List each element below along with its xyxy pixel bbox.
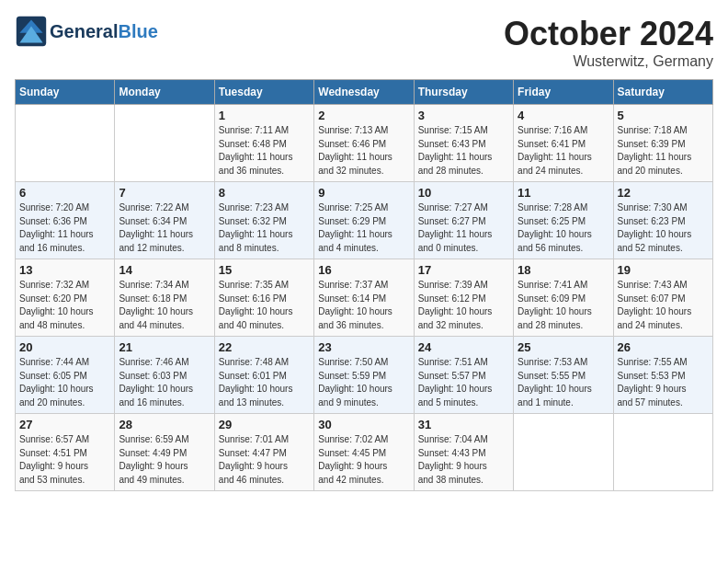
calendar-cell [613, 414, 712, 491]
day-number: 26 [618, 340, 709, 354]
day-number: 8 [219, 186, 310, 200]
calendar-cell: 8Sunrise: 7:23 AM Sunset: 6:32 PM Daylig… [214, 182, 313, 259]
day-info: Sunrise: 7:46 AM Sunset: 6:03 PM Dayligh… [119, 356, 210, 409]
calendar-cell: 3Sunrise: 7:15 AM Sunset: 6:43 PM Daylig… [414, 105, 513, 182]
calendar-cell: 5Sunrise: 7:18 AM Sunset: 6:39 PM Daylig… [613, 105, 712, 182]
day-info: Sunrise: 7:15 AM Sunset: 6:43 PM Dayligh… [418, 124, 509, 178]
day-number: 7 [119, 186, 210, 200]
calendar-cell: 16Sunrise: 7:37 AM Sunset: 6:14 PM Dayli… [314, 259, 414, 337]
header-day-monday: Monday [115, 80, 214, 105]
day-info: Sunrise: 7:27 AM Sunset: 6:27 PM Dayligh… [418, 201, 509, 255]
title-block: October 2024 Wusterwitz, Germany [504, 15, 713, 70]
week-row-3: 13Sunrise: 7:32 AM Sunset: 6:20 PM Dayli… [16, 259, 713, 337]
day-info: Sunrise: 7:50 AM Sunset: 5:59 PM Dayligh… [318, 356, 409, 409]
calendar-cell: 28Sunrise: 6:59 AM Sunset: 4:49 PM Dayli… [115, 414, 214, 491]
header-row: SundayMondayTuesdayWednesdayThursdayFrid… [16, 80, 713, 105]
day-info: Sunrise: 7:32 AM Sunset: 6:20 PM Dayligh… [19, 279, 110, 332]
day-info: Sunrise: 7:02 AM Sunset: 4:45 PM Dayligh… [318, 433, 409, 487]
day-number: 27 [19, 418, 110, 431]
calendar-cell: 13Sunrise: 7:32 AM Sunset: 6:20 PM Dayli… [16, 259, 115, 337]
day-number: 28 [119, 418, 210, 431]
calendar-cell: 29Sunrise: 7:01 AM Sunset: 4:47 PM Dayli… [214, 414, 313, 491]
calendar-cell: 30Sunrise: 7:02 AM Sunset: 4:45 PM Dayli… [314, 414, 414, 491]
day-number: 2 [318, 109, 409, 122]
day-number: 24 [418, 340, 509, 354]
day-number: 6 [19, 186, 110, 200]
logo-general: General [50, 21, 118, 41]
logo-icon [15, 15, 48, 48]
day-info: Sunrise: 7:13 AM Sunset: 6:46 PM Dayligh… [318, 124, 409, 178]
day-info: Sunrise: 7:01 AM Sunset: 4:47 PM Dayligh… [219, 433, 310, 487]
day-number: 19 [618, 263, 709, 277]
day-info: Sunrise: 7:39 AM Sunset: 6:12 PM Dayligh… [418, 279, 509, 332]
page-header: GeneralBlue October 2024 Wusterwitz, Ger… [15, 15, 713, 70]
calendar-cell: 2Sunrise: 7:13 AM Sunset: 6:46 PM Daylig… [314, 105, 414, 182]
day-info: Sunrise: 7:30 AM Sunset: 6:23 PM Dayligh… [618, 201, 709, 255]
day-info: Sunrise: 7:34 AM Sunset: 6:18 PM Dayligh… [119, 279, 210, 332]
day-info: Sunrise: 7:16 AM Sunset: 6:41 PM Dayligh… [518, 124, 609, 178]
day-number: 4 [518, 109, 609, 122]
day-info: Sunrise: 7:51 AM Sunset: 5:57 PM Dayligh… [418, 356, 509, 409]
day-info: Sunrise: 7:53 AM Sunset: 5:55 PM Dayligh… [518, 356, 609, 409]
calendar-table: SundayMondayTuesdayWednesdayThursdayFrid… [15, 79, 713, 491]
calendar-cell: 23Sunrise: 7:50 AM Sunset: 5:59 PM Dayli… [314, 337, 414, 414]
day-info: Sunrise: 7:20 AM Sunset: 6:36 PM Dayligh… [19, 201, 110, 255]
calendar-cell: 31Sunrise: 7:04 AM Sunset: 4:43 PM Dayli… [414, 414, 513, 491]
day-info: Sunrise: 7:04 AM Sunset: 4:43 PM Dayligh… [418, 433, 509, 487]
month-year: October 2024 [504, 15, 713, 53]
calendar-cell: 9Sunrise: 7:25 AM Sunset: 6:29 PM Daylig… [314, 182, 414, 259]
header-day-wednesday: Wednesday [314, 80, 414, 105]
calendar-cell: 1Sunrise: 7:11 AM Sunset: 6:48 PM Daylig… [214, 105, 313, 182]
calendar-cell: 11Sunrise: 7:28 AM Sunset: 6:25 PM Dayli… [514, 182, 613, 259]
calendar-cell: 27Sunrise: 6:57 AM Sunset: 4:51 PM Dayli… [16, 414, 115, 491]
calendar-cell [514, 414, 613, 491]
day-number: 29 [219, 418, 310, 431]
day-info: Sunrise: 7:18 AM Sunset: 6:39 PM Dayligh… [618, 124, 709, 178]
day-number: 3 [418, 109, 509, 122]
day-info: Sunrise: 7:23 AM Sunset: 6:32 PM Dayligh… [219, 201, 310, 255]
week-row-2: 6Sunrise: 7:20 AM Sunset: 6:36 PM Daylig… [16, 182, 713, 259]
day-info: Sunrise: 7:48 AM Sunset: 6:01 PM Dayligh… [219, 356, 310, 409]
day-number: 12 [618, 186, 709, 200]
day-number: 30 [318, 418, 409, 431]
day-number: 20 [19, 340, 110, 354]
calendar-cell: 26Sunrise: 7:55 AM Sunset: 5:53 PM Dayli… [613, 337, 712, 414]
logo: GeneralBlue [15, 15, 158, 48]
day-number: 18 [518, 263, 609, 277]
header-day-sunday: Sunday [16, 80, 115, 105]
header-day-tuesday: Tuesday [214, 80, 313, 105]
day-info: Sunrise: 7:22 AM Sunset: 6:34 PM Dayligh… [119, 201, 210, 255]
calendar-cell: 15Sunrise: 7:35 AM Sunset: 6:16 PM Dayli… [214, 259, 313, 337]
day-number: 15 [219, 263, 310, 277]
day-info: Sunrise: 7:28 AM Sunset: 6:25 PM Dayligh… [518, 201, 609, 255]
day-info: Sunrise: 6:59 AM Sunset: 4:49 PM Dayligh… [119, 433, 210, 487]
day-info: Sunrise: 6:57 AM Sunset: 4:51 PM Dayligh… [19, 433, 110, 487]
day-info: Sunrise: 7:11 AM Sunset: 6:48 PM Dayligh… [219, 124, 310, 178]
calendar-cell: 19Sunrise: 7:43 AM Sunset: 6:07 PM Dayli… [613, 259, 712, 337]
day-number: 5 [618, 109, 709, 122]
calendar-cell: 12Sunrise: 7:30 AM Sunset: 6:23 PM Dayli… [613, 182, 712, 259]
day-number: 11 [518, 186, 609, 200]
location: Wusterwitz, Germany [504, 53, 713, 70]
day-number: 9 [318, 186, 409, 200]
calendar-cell: 24Sunrise: 7:51 AM Sunset: 5:57 PM Dayli… [414, 337, 513, 414]
day-number: 13 [19, 263, 110, 277]
day-info: Sunrise: 7:55 AM Sunset: 5:53 PM Dayligh… [618, 356, 709, 409]
day-number: 10 [418, 186, 509, 200]
calendar-cell: 20Sunrise: 7:44 AM Sunset: 6:05 PM Dayli… [16, 337, 115, 414]
calendar-cell [16, 105, 115, 182]
calendar-cell: 6Sunrise: 7:20 AM Sunset: 6:36 PM Daylig… [16, 182, 115, 259]
calendar-cell: 10Sunrise: 7:27 AM Sunset: 6:27 PM Dayli… [414, 182, 513, 259]
day-number: 14 [119, 263, 210, 277]
header-day-saturday: Saturday [613, 80, 712, 105]
week-row-5: 27Sunrise: 6:57 AM Sunset: 4:51 PM Dayli… [16, 414, 713, 491]
day-number: 25 [518, 340, 609, 354]
day-info: Sunrise: 7:43 AM Sunset: 6:07 PM Dayligh… [618, 279, 709, 332]
calendar-cell [115, 105, 214, 182]
calendar-cell: 21Sunrise: 7:46 AM Sunset: 6:03 PM Dayli… [115, 337, 214, 414]
day-number: 16 [318, 263, 409, 277]
day-info: Sunrise: 7:41 AM Sunset: 6:09 PM Dayligh… [518, 279, 609, 332]
logo-blue: Blue [118, 21, 157, 41]
calendar-cell: 7Sunrise: 7:22 AM Sunset: 6:34 PM Daylig… [115, 182, 214, 259]
day-info: Sunrise: 7:44 AM Sunset: 6:05 PM Dayligh… [19, 356, 110, 409]
